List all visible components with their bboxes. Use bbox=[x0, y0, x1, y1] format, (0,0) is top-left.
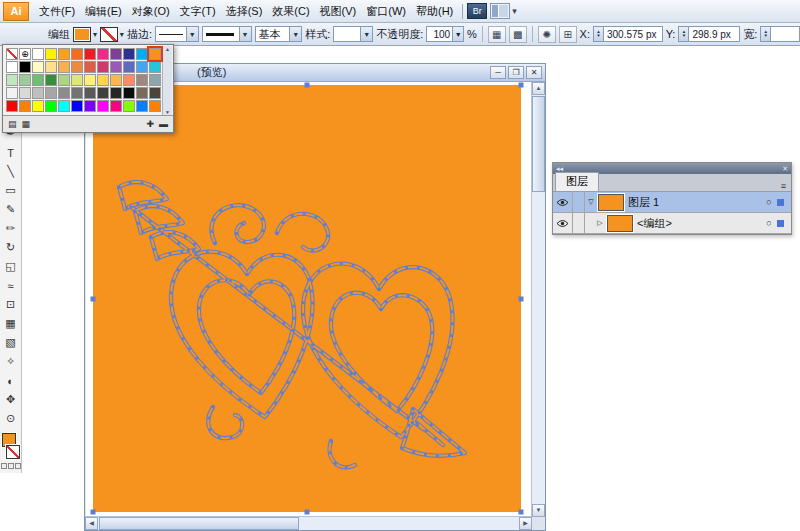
swatch[interactable] bbox=[71, 48, 83, 60]
swatch[interactable] bbox=[149, 100, 161, 112]
menu-item[interactable]: 窗口(W) bbox=[361, 1, 411, 22]
swatch[interactable] bbox=[136, 61, 148, 73]
scale-tool[interactable]: ◱ bbox=[1, 257, 20, 276]
stroke-color-button[interactable] bbox=[100, 27, 118, 42]
fill-dropdown-icon[interactable]: ▾ bbox=[93, 30, 97, 39]
restore-button[interactable]: ❐ bbox=[508, 66, 524, 79]
swatch[interactable] bbox=[110, 48, 122, 60]
target-circle-icon[interactable]: ○ bbox=[761, 218, 777, 228]
swatch[interactable] bbox=[6, 100, 18, 112]
pencil-tool[interactable]: ✏ bbox=[1, 219, 20, 238]
swatch[interactable] bbox=[149, 61, 161, 73]
swatch[interactable] bbox=[97, 87, 109, 99]
appearance-icon[interactable]: ✺ bbox=[538, 26, 556, 43]
swatch[interactable] bbox=[97, 74, 109, 86]
menu-item[interactable]: 帮助(H) bbox=[411, 1, 458, 22]
zoom-tool[interactable]: ⊙ bbox=[1, 409, 20, 428]
expand-icon[interactable]: ▷ bbox=[594, 219, 606, 227]
swatch[interactable] bbox=[149, 87, 161, 99]
swatch[interactable] bbox=[32, 100, 44, 112]
align-panel-icon[interactable]: ▦ bbox=[488, 26, 506, 43]
selection-square[interactable] bbox=[777, 220, 784, 227]
brush-type-combo[interactable]: 基本▼ bbox=[255, 26, 303, 42]
stepper-icon[interactable]: ▲▼ bbox=[679, 27, 689, 41]
stepper-icon[interactable]: ▲▼ bbox=[761, 27, 771, 41]
swatch[interactable] bbox=[19, 100, 31, 112]
swatch[interactable] bbox=[71, 100, 83, 112]
fill-color-button[interactable] bbox=[73, 27, 91, 42]
swatch[interactable] bbox=[97, 48, 109, 60]
swatch[interactable] bbox=[110, 74, 122, 86]
swatch[interactable] bbox=[110, 87, 122, 99]
swatch[interactable] bbox=[84, 61, 96, 73]
swatch[interactable] bbox=[84, 100, 96, 112]
swatch[interactable] bbox=[136, 74, 148, 86]
swatch[interactable] bbox=[97, 100, 109, 112]
swatch[interactable] bbox=[6, 87, 18, 99]
opacity-input[interactable]: 100▼ bbox=[426, 26, 464, 42]
none-mode-icon[interactable] bbox=[15, 463, 21, 469]
style-combo[interactable]: ▼ bbox=[333, 26, 373, 42]
scroll-left-icon[interactable]: ◀ bbox=[85, 517, 98, 530]
swatch[interactable] bbox=[32, 74, 44, 86]
swatch[interactable] bbox=[45, 74, 57, 86]
blend-tool[interactable]: ◐ bbox=[1, 371, 20, 390]
width-input[interactable]: ▲▼ bbox=[760, 26, 800, 42]
layer-name[interactable]: <编组> bbox=[637, 216, 761, 231]
combo-arrow-icon[interactable]: ▼ bbox=[186, 27, 198, 41]
selection-handle[interactable] bbox=[305, 510, 310, 515]
expand-icon[interactable]: ▽ bbox=[585, 198, 597, 206]
selection-handle[interactable] bbox=[91, 296, 96, 301]
swatch[interactable] bbox=[6, 61, 18, 73]
y-input[interactable]: ▲▼ 298.9 px bbox=[678, 26, 740, 42]
swatch-kinds-icon[interactable]: ▦ bbox=[22, 119, 31, 129]
selection-handle[interactable] bbox=[519, 296, 524, 301]
swatch[interactable] bbox=[123, 48, 135, 60]
swatch[interactable] bbox=[84, 74, 96, 86]
swatch[interactable] bbox=[149, 74, 161, 86]
swatch[interactable] bbox=[58, 87, 70, 99]
swatch-libraries-icon[interactable]: ▤ bbox=[8, 119, 17, 129]
swatch[interactable] bbox=[45, 61, 57, 73]
mesh-tool[interactable]: ▦ bbox=[1, 314, 20, 333]
layer-name[interactable]: 图层 1 bbox=[628, 195, 761, 210]
lock-cell[interactable] bbox=[573, 192, 585, 212]
layer-row[interactable]: ▷<编组>○ bbox=[553, 213, 791, 234]
gradient-tool[interactable]: ▧ bbox=[1, 333, 20, 352]
swatch[interactable] bbox=[19, 87, 31, 99]
layer-thumbnail[interactable] bbox=[607, 215, 633, 232]
x-input[interactable]: ▲▼ 300.575 px bbox=[593, 26, 663, 42]
menu-item[interactable]: 视图(V) bbox=[315, 1, 362, 22]
delete-swatch-icon[interactable]: ▬ bbox=[159, 119, 168, 129]
swatch[interactable] bbox=[110, 100, 122, 112]
stepper-icon[interactable]: ▲▼ bbox=[594, 27, 604, 41]
workspace-button[interactable] bbox=[490, 3, 510, 19]
stroke-dropdown-icon[interactable]: ▾ bbox=[120, 30, 124, 39]
stroke-weight-combo[interactable]: ▼ bbox=[155, 26, 199, 42]
target-circle-icon[interactable]: ○ bbox=[761, 197, 777, 207]
traced-artwork[interactable] bbox=[93, 85, 521, 512]
swatch[interactable] bbox=[45, 48, 57, 60]
canvas[interactable] bbox=[86, 82, 531, 516]
menu-item[interactable]: 效果(C) bbox=[267, 1, 314, 22]
layer-thumbnail[interactable] bbox=[598, 194, 624, 211]
swatch[interactable] bbox=[32, 48, 44, 60]
swatch[interactable] bbox=[123, 100, 135, 112]
menu-item[interactable]: 选择(S) bbox=[221, 1, 268, 22]
visibility-eye-icon[interactable] bbox=[553, 213, 573, 233]
swatch[interactable] bbox=[136, 87, 148, 99]
swatch[interactable] bbox=[32, 87, 44, 99]
scroll-up-icon[interactable]: ▲ bbox=[532, 82, 545, 95]
swatch[interactable] bbox=[6, 48, 18, 60]
layer-row[interactable]: ▽图层 1○ bbox=[553, 192, 791, 213]
swatch[interactable] bbox=[45, 87, 57, 99]
swatch[interactable]: ⊕ bbox=[19, 48, 31, 60]
menubar-caret-icon[interactable]: ▾ bbox=[512, 6, 517, 16]
swatch[interactable] bbox=[123, 87, 135, 99]
hand-tool[interactable]: ✥ bbox=[1, 390, 20, 409]
swatch[interactable] bbox=[71, 61, 83, 73]
menu-item[interactable]: 文件(F) bbox=[34, 1, 80, 22]
stroke-well[interactable] bbox=[6, 445, 20, 459]
combo-arrow-icon[interactable]: ▼ bbox=[239, 27, 251, 41]
swatch[interactable] bbox=[58, 61, 70, 73]
